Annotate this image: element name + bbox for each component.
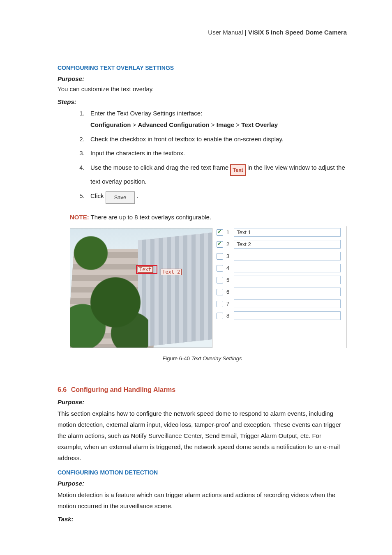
page-header: User Manual | VISIX 5 Inch Speed Dome Ca…: [58, 29, 347, 36]
path-textoverlay: Text Overlay: [241, 121, 278, 128]
purpose-label-3: Purpose:: [58, 480, 347, 487]
overlay-text-1[interactable]: Text: [138, 266, 153, 273]
header-sep: |: [243, 29, 248, 36]
overlay-row-8: 8: [217, 311, 341, 320]
overlay-input-2[interactable]: Text 2: [234, 240, 341, 249]
overlay-num-3: 3: [226, 253, 231, 259]
overlay-row-7: 7: [217, 299, 341, 308]
overlay-text-2[interactable]: Text 2: [161, 269, 182, 275]
purpose-label-2: Purpose:: [58, 398, 347, 405]
overlay-checkbox-6[interactable]: [217, 289, 223, 295]
overlay-checkbox-8[interactable]: [217, 313, 223, 319]
overlay-checkbox-5[interactable]: [217, 277, 223, 283]
step-4a: Use the mouse to click and drag the red …: [90, 164, 230, 171]
overlay-input-4[interactable]: [234, 264, 341, 272]
overlay-input-6[interactable]: [234, 288, 341, 296]
overlay-num-5: 5: [226, 277, 231, 283]
overlay-num-2: 2: [226, 241, 231, 247]
overlay-checkbox-1[interactable]: [217, 229, 223, 236]
section-title: Configuring and Handling Alarms: [71, 386, 176, 393]
purpose-label: Purpose:: [58, 75, 347, 82]
figure-caption-a: Figure 6-40: [162, 355, 191, 362]
section-num: 6.6: [58, 386, 67, 393]
overlay-num-1: 1: [226, 229, 231, 235]
section-body: This section explains how to configure t…: [58, 408, 347, 463]
live-view-window[interactable]: Text Text 2: [70, 228, 212, 348]
step-4: Use the mouse to click and drag the red …: [86, 162, 347, 188]
live-view-trees: [70, 228, 148, 348]
step-1: Enter the Text Overlay Settings interfac…: [86, 108, 347, 131]
overlay-checkbox-2[interactable]: [217, 241, 223, 248]
overlay-row-6: 6: [217, 288, 341, 296]
overlay-checkbox-3[interactable]: [217, 253, 223, 260]
figure-caption-b: Text Overlay Settings: [191, 355, 242, 362]
note-line: NOTE: There are up to 8 text overlays co…: [70, 214, 347, 221]
text-frame-icon: Text: [230, 164, 246, 176]
overlay-num-8: 8: [226, 313, 231, 319]
motion-body: Motion detection is a feature which can …: [58, 489, 347, 511]
path-configuration: Configuration: [90, 121, 131, 128]
overlay-input-7[interactable]: [234, 299, 341, 308]
path-image: Image: [217, 121, 234, 128]
overlay-row-2: 2 Text 2: [217, 240, 341, 249]
step-2: Check the checkbox in front of textbox t…: [86, 134, 347, 145]
step-5a: Click: [90, 192, 106, 199]
live-view-building-right: [138, 233, 212, 347]
path-advanced: Advanced Configuration: [138, 121, 209, 128]
overlay-input-1[interactable]: Text 1: [234, 228, 341, 237]
steps-label: Steps:: [58, 98, 347, 105]
overlay-checkbox-4[interactable]: [217, 265, 223, 272]
step-5b: .: [136, 192, 138, 199]
save-button[interactable]: Save: [106, 191, 135, 204]
step-5: Click Save .: [86, 190, 347, 204]
overlay-list: 1 Text 1 2 Text 2 3 4 5: [217, 228, 341, 348]
header-right: VISIX 5 Inch Speed Dome Camera: [248, 29, 347, 36]
note-text: There are up to 8 text overlays configur…: [89, 214, 211, 221]
section-6-6: 6.6 Configuring and Handling Alarms: [58, 386, 347, 394]
step-1-text: Enter the Text Overlay Settings interfac…: [90, 110, 202, 117]
overlay-row-3: 3: [217, 252, 341, 260]
steps-list: Enter the Text Overlay Settings interfac…: [58, 108, 347, 204]
overlay-row-1: 1 Text 1: [217, 228, 341, 237]
overlay-row-4: 4: [217, 264, 341, 272]
overlay-row-5: 5: [217, 276, 341, 284]
heading-motion-detection: CONFIGURING MOTION DETECTION: [58, 469, 347, 476]
overlay-num-4: 4: [226, 265, 231, 271]
step-3: Input the characters in the textbox.: [86, 147, 347, 159]
figure-text-overlay-settings: Text Text 2 1 Text 1 2 Text 2 3 4: [70, 226, 347, 348]
overlay-checkbox-7[interactable]: [217, 301, 223, 307]
overlay-input-5[interactable]: [234, 276, 341, 284]
figure-caption: Figure 6-40 Text Overlay Settings: [58, 355, 347, 362]
overlay-num-6: 6: [226, 289, 231, 295]
heading-text-overlay: CONFIGURING TEXT OVERLAY SETTINGS: [58, 64, 347, 71]
note-label: NOTE:: [70, 214, 89, 221]
purpose-text: You can customize the text overlay.: [58, 85, 347, 94]
overlay-input-8[interactable]: [234, 311, 341, 320]
header-left: User Manual: [208, 29, 243, 36]
overlay-num-7: 7: [226, 301, 231, 307]
overlay-input-3[interactable]: [234, 252, 341, 260]
task-label: Task:: [58, 516, 347, 523]
